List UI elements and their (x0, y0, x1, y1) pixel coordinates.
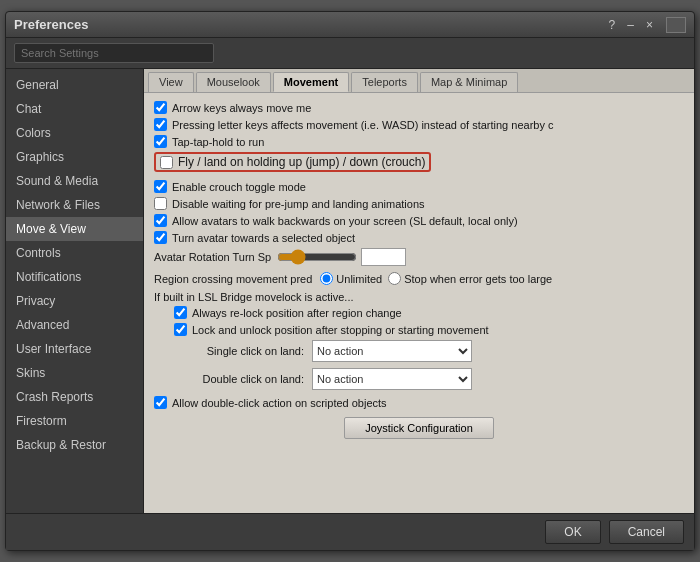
region-crossing-label: Region crossing movement pred (154, 273, 312, 285)
sidebar-item-graphics[interactable]: Graphics (6, 145, 143, 169)
single-click-dropdown[interactable]: No action Move to Teleport (312, 340, 472, 362)
allow-double-click-checkbox[interactable] (154, 396, 167, 409)
sidebar-item-advanced[interactable]: Advanced (6, 313, 143, 337)
lock-unlock-checkbox[interactable] (174, 323, 187, 336)
avatar-rotation-label: Avatar Rotation Turn Sp (154, 251, 271, 263)
enable-crouch-checkbox[interactable] (154, 180, 167, 193)
fly-land-label: Fly / land on holding up (jump) / down (… (178, 155, 425, 169)
close-button[interactable]: × (643, 17, 656, 33)
sidebar-item-chat[interactable]: Chat (6, 97, 143, 121)
sidebar-item-skins[interactable]: Skins (6, 361, 143, 385)
double-click-dropdown[interactable]: No action Move to Teleport (312, 368, 472, 390)
enable-crouch-row: Enable crouch toggle mode (154, 180, 684, 193)
sidebar-item-network-files[interactable]: Network & Files (6, 193, 143, 217)
tab-view[interactable]: View (148, 72, 194, 92)
ok-button[interactable]: OK (545, 520, 600, 544)
window-title: Preferences (14, 17, 606, 32)
always-relock-checkbox[interactable] (174, 306, 187, 319)
double-click-label: Double click on land: (154, 373, 304, 385)
turn-avatar-row: Turn avatar towards a selected object (154, 231, 684, 244)
turn-avatar-checkbox[interactable] (154, 231, 167, 244)
search-bar (6, 38, 694, 69)
sidebar: General Chat Colors Graphics Sound & Med… (6, 69, 144, 513)
tab-movement[interactable]: Movement (273, 72, 349, 92)
disable-waiting-row: Disable waiting for pre-jump and landing… (154, 197, 684, 210)
search-input[interactable] (14, 43, 214, 63)
allow-double-click-label: Allow double-click action on scripted ob… (172, 397, 387, 409)
double-click-row: Double click on land: No action Move to … (154, 368, 684, 390)
sidebar-item-colors[interactable]: Colors (6, 121, 143, 145)
title-controls: ? – × (606, 17, 686, 33)
avatar-rotation-value[interactable]: 0.00 (361, 248, 406, 266)
preferences-window: Preferences ? – × General Chat Colors Gr… (5, 11, 695, 551)
sidebar-item-general[interactable]: General (6, 73, 143, 97)
sidebar-item-sound-media[interactable]: Sound & Media (6, 169, 143, 193)
sidebar-item-privacy[interactable]: Privacy (6, 289, 143, 313)
avatar-rotation-slider[interactable] (277, 249, 357, 265)
footer: OK Cancel (6, 513, 694, 550)
single-click-label: Single click on land: (154, 345, 304, 357)
always-relock-row: Always re-lock position after region cha… (174, 306, 684, 319)
tap-tap-hold-row: Tap-tap-hold to run (154, 135, 684, 148)
sidebar-item-crash-reports[interactable]: Crash Reports (6, 385, 143, 409)
content-area: View Mouselook Movement Teleports Map & … (144, 69, 694, 513)
letter-keys-row: Pressing letter keys affects movement (i… (154, 118, 684, 131)
always-relock-label: Always re-lock position after region cha… (192, 307, 402, 319)
sidebar-item-firestorm[interactable]: Firestorm (6, 409, 143, 433)
tab-mouselook[interactable]: Mouselook (196, 72, 271, 92)
help-button[interactable]: ? (606, 17, 619, 33)
movement-panel: Arrow keys always move me Pressing lette… (144, 93, 694, 513)
fly-land-checkbox[interactable] (160, 156, 173, 169)
pages-icon (666, 17, 686, 33)
title-bar: Preferences ? – × (6, 12, 694, 38)
disable-waiting-checkbox[interactable] (154, 197, 167, 210)
cancel-button[interactable]: Cancel (609, 520, 684, 544)
turn-avatar-label: Turn avatar towards a selected object (172, 232, 355, 244)
sidebar-item-notifications[interactable]: Notifications (6, 265, 143, 289)
arrow-keys-label: Arrow keys always move me (172, 102, 311, 114)
region-crossing-stop-radio[interactable] (388, 272, 401, 285)
tab-teleports[interactable]: Teleports (351, 72, 418, 92)
allow-walk-back-label: Allow avatars to walk backwards on your … (172, 215, 518, 227)
joystick-config-button[interactable]: Joystick Configuration (344, 417, 494, 439)
tab-map-minimap[interactable]: Map & Minimap (420, 72, 518, 92)
enable-crouch-label: Enable crouch toggle mode (172, 181, 306, 193)
main-content: General Chat Colors Graphics Sound & Med… (6, 69, 694, 513)
arrow-keys-row: Arrow keys always move me (154, 101, 684, 114)
tap-tap-hold-checkbox[interactable] (154, 135, 167, 148)
lsl-bridge-label: If built in LSL Bridge movelock is activ… (154, 291, 684, 303)
tab-bar: View Mouselook Movement Teleports Map & … (144, 69, 694, 93)
sidebar-item-move-view[interactable]: Move & View (6, 217, 143, 241)
region-crossing-row: Region crossing movement pred Unlimited … (154, 272, 684, 285)
letter-keys-label: Pressing letter keys affects movement (i… (172, 119, 554, 131)
disable-waiting-label: Disable waiting for pre-jump and landing… (172, 198, 425, 210)
sidebar-item-controls[interactable]: Controls (6, 241, 143, 265)
sidebar-item-backup-restore[interactable]: Backup & Restor (6, 433, 143, 457)
region-crossing-unlimited-label: Unlimited (336, 273, 382, 285)
fly-land-row: Fly / land on holding up (jump) / down (… (154, 152, 431, 172)
avatar-rotation-row: Avatar Rotation Turn Sp 0.00 (154, 248, 684, 266)
region-crossing-stop-label: Stop when error gets too large (404, 273, 552, 285)
sidebar-item-user-interface[interactable]: User Interface (6, 337, 143, 361)
region-crossing-unlimited-radio[interactable] (320, 272, 333, 285)
allow-walk-back-checkbox[interactable] (154, 214, 167, 227)
letter-keys-checkbox[interactable] (154, 118, 167, 131)
allow-walk-back-row: Allow avatars to walk backwards on your … (154, 214, 684, 227)
lsl-bridge-items: Always re-lock position after region cha… (154, 306, 684, 336)
allow-double-click-row: Allow double-click action on scripted ob… (154, 396, 684, 409)
fly-land-highlighted-container: Fly / land on holding up (jump) / down (… (154, 152, 684, 176)
lock-unlock-row: Lock and unlock position after stopping … (174, 323, 684, 336)
tap-tap-hold-label: Tap-tap-hold to run (172, 136, 264, 148)
minimize-button[interactable]: – (624, 17, 637, 33)
lock-unlock-label: Lock and unlock position after stopping … (192, 324, 489, 336)
arrow-keys-checkbox[interactable] (154, 101, 167, 114)
single-click-row: Single click on land: No action Move to … (154, 340, 684, 362)
